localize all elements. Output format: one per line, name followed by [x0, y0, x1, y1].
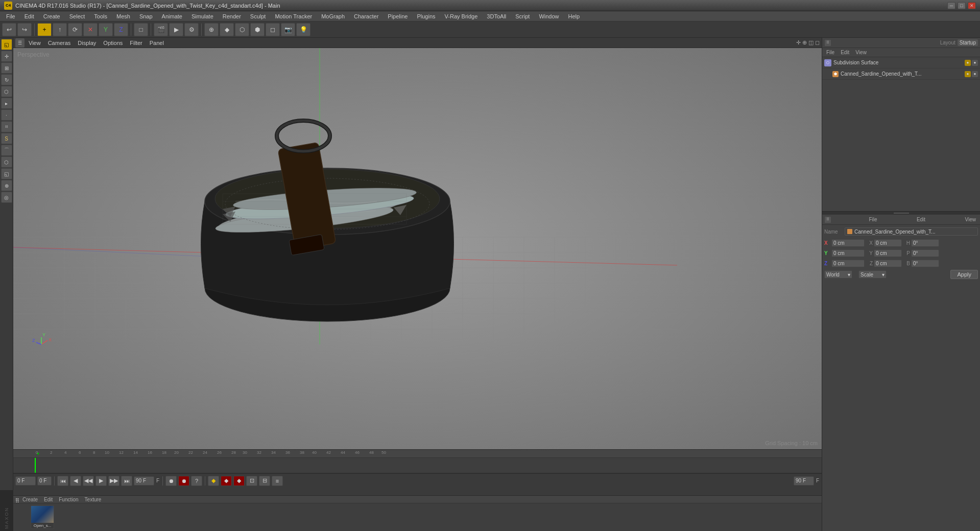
keyframe-mode-button[interactable]: ⊟ — [259, 476, 270, 486]
light-button[interactable]: 💡 — [296, 23, 310, 36]
viewport-menu-options[interactable]: Options — [100, 39, 126, 47]
scene-button[interactable]: ◻ — [266, 23, 280, 36]
move-tool-left-button[interactable]: ✛ — [1, 51, 12, 62]
menu-edit[interactable]: Edit — [20, 12, 38, 20]
material-create-btn[interactable]: Create — [20, 496, 40, 503]
menu-vray-bridge[interactable]: V-Ray Bridge — [441, 12, 482, 20]
timeline-track[interactable] — [13, 458, 822, 473]
coord-y-pos[interactable]: 0 cm — [831, 249, 865, 257]
scale-tool-button[interactable]: ⟳ — [68, 23, 82, 36]
viewport-menu-panel[interactable]: Panel — [147, 39, 167, 47]
timeline-ruler[interactable]: ▼ 0 2 4 6 8 10 12 14 16 18 20 22 24 26 2… — [13, 450, 822, 458]
menu-tools[interactable]: Tools — [90, 12, 111, 20]
render-view-button[interactable]: ▶ — [169, 23, 183, 36]
attr-edit-btn[interactable]: Edit — [915, 216, 927, 223]
goto-start-button[interactable]: ⏮ — [57, 476, 68, 486]
timeline-list-button[interactable]: ≡ — [272, 476, 283, 486]
nurbs-button[interactable]: ⬡ — [235, 23, 249, 36]
keyframe-del-button[interactable]: ◆ — [233, 476, 245, 486]
viewport-menu-display[interactable]: Display — [75, 39, 99, 47]
play-button[interactable]: ▶ — [95, 476, 107, 486]
autokey-button[interactable]: ? — [191, 476, 202, 486]
menu-mograph[interactable]: MoGraph — [317, 12, 349, 20]
object-mode-button[interactable]: □ — [134, 23, 148, 36]
viewport-icon-move[interactable]: ✛ — [796, 39, 801, 46]
menu-motion-tracker[interactable]: Motion Tracker — [271, 12, 316, 20]
obj-vis-btn-3[interactable]: ● — [965, 71, 971, 77]
obj-vis-btn-1[interactable]: ● — [965, 60, 971, 66]
menu-window[interactable]: Window — [535, 12, 563, 20]
next-frame-button[interactable]: ▶▶ — [108, 476, 119, 486]
menu-snap[interactable]: Snap — [135, 12, 157, 20]
menu-select[interactable]: Select — [65, 12, 89, 20]
spline-button[interactable]: ◆ — [220, 23, 234, 36]
current-frame-input[interactable]: 0 F — [37, 476, 52, 486]
obj-file-btn[interactable]: File — [824, 49, 836, 56]
obj-manager-btn-1[interactable]: ⠿ — [824, 39, 831, 47]
goto-end-button[interactable]: ⏭ — [121, 476, 132, 486]
edge-tool-button[interactable]: ▸ — [1, 98, 12, 109]
undo-button[interactable]: ↩ — [2, 23, 16, 36]
point-tool-button[interactable]: · — [1, 109, 12, 121]
coord-y-size[interactable]: 0 cm — [874, 249, 902, 257]
menu-3dtoall[interactable]: 3DToAll — [483, 12, 510, 20]
coord-x-size[interactable]: 0 cm — [874, 239, 902, 247]
menu-simulate[interactable]: Simulate — [187, 12, 218, 20]
viewport[interactable]: X Y Z Perspective Grid Spacing : 10 cm — [13, 48, 822, 449]
menu-create[interactable]: Create — [39, 12, 64, 20]
menu-mesh[interactable]: Mesh — [112, 12, 134, 20]
close-button[interactable]: ✕ — [968, 2, 976, 9]
end-frame-display[interactable]: 90 F — [134, 476, 154, 486]
keyframe-add-button[interactable]: ◆ — [208, 476, 219, 486]
minimize-button[interactable]: ─ — [947, 2, 955, 9]
move-tool-button[interactable]: ↑ — [53, 23, 67, 36]
y-axis-button[interactable]: Y — [99, 23, 113, 36]
polygon-pen-button[interactable]: ⬡ — [1, 156, 12, 168]
menu-help[interactable]: Help — [564, 12, 584, 20]
array-button[interactable]: ⊕ — [204, 23, 219, 36]
menu-file[interactable]: File — [2, 12, 19, 20]
keyframe-option-button[interactable]: ⊡ — [246, 476, 257, 486]
obj-edit-btn[interactable]: Edit — [839, 49, 851, 56]
viewport-icon-layout[interactable]: ◫ — [808, 39, 814, 46]
z-axis-button[interactable]: Z — [114, 23, 128, 36]
live-select-button[interactable]: + — [37, 23, 52, 36]
obj-vis-btn-2[interactable]: ● — [972, 60, 978, 66]
menu-plugins[interactable]: Plugins — [413, 12, 439, 20]
menu-character[interactable]: Character — [350, 12, 383, 20]
material-function-btn[interactable]: Function — [57, 496, 80, 503]
coord-x-pos[interactable]: 0 cm — [831, 239, 865, 247]
material-edit-btn[interactable]: Edit — [42, 496, 55, 503]
slide-tool-button[interactable]: ◱ — [1, 168, 12, 179]
polygon-tool-button[interactable]: ⬡ — [1, 86, 12, 97]
record-button[interactable]: ⏺ — [165, 476, 177, 486]
texture-tool-button[interactable]: ⌗ — [1, 121, 12, 132]
menu-script[interactable]: Script — [511, 12, 534, 20]
obj-row-subdivision-surface[interactable]: ⬡ Subdivision Surface ● ● — [822, 57, 980, 68]
attr-file-btn[interactable]: File — [867, 216, 879, 223]
warp-tool-button[interactable]: ◎ — [1, 192, 12, 203]
scale-tool-left-button[interactable]: ⊞ — [1, 62, 12, 74]
record-active-button[interactable]: ⏺ — [178, 476, 189, 486]
coord-b-rot[interactable]: 0° — [911, 260, 939, 267]
current-frame-display[interactable]: 0 F — [15, 476, 36, 486]
viewport-menu-view[interactable]: View — [26, 39, 44, 47]
viewport-icon-plus[interactable]: ⊕ — [802, 39, 807, 46]
maximize-button[interactable]: □ — [958, 2, 966, 9]
attr-view-btn[interactable]: View — [963, 216, 978, 223]
max-frame-display[interactable]: 90 F — [794, 476, 814, 486]
rotate-tool-button[interactable]: ✕ — [83, 23, 98, 36]
viewport-menu-filter[interactable]: Filter — [127, 39, 145, 47]
menu-render[interactable]: Render — [219, 12, 245, 20]
render-to-picture-button[interactable]: 🎬 — [154, 23, 168, 36]
world-dropdown[interactable]: World ▾ — [824, 270, 852, 279]
menu-sculpt[interactable]: Sculpt — [246, 12, 270, 20]
coord-z-pos[interactable]: 0 cm — [831, 260, 865, 267]
menu-animate[interactable]: Animate — [158, 12, 186, 20]
scene-tool-button[interactable]: S — [1, 133, 12, 144]
prev-frame-button[interactable]: ◀ — [70, 476, 81, 486]
obj-row-canned-sardine[interactable]: ⬟ Canned_Sardine_Opened_with_T... ● ● — [822, 68, 980, 80]
magnet-tool-button[interactable]: ⊕ — [1, 180, 12, 191]
coord-z-size[interactable]: 0 cm — [874, 260, 902, 267]
layout-dropdown[interactable]: Startup — [958, 39, 978, 46]
